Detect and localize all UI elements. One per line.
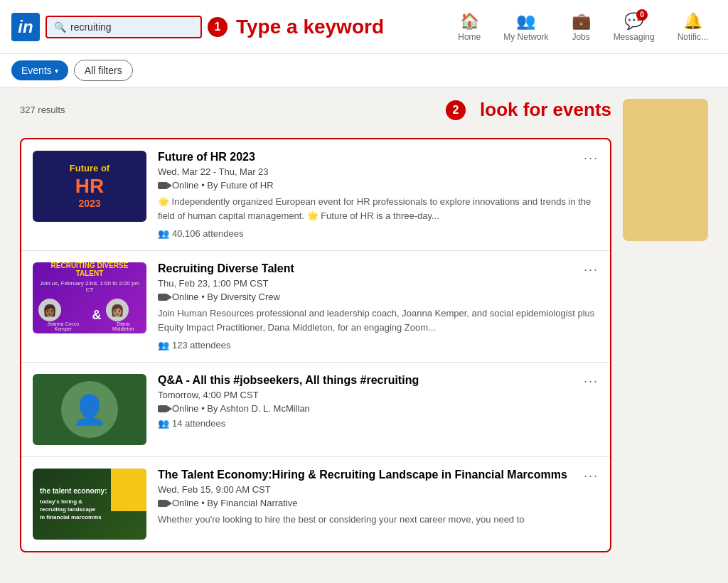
person-avatar: 👤 bbox=[61, 381, 118, 438]
all-filters-button[interactable]: All filters bbox=[74, 60, 133, 81]
sidebar-card bbox=[623, 99, 708, 241]
more-options-button[interactable]: ··· bbox=[584, 469, 599, 483]
notifications-icon: 🔔 bbox=[683, 12, 702, 31]
event-title[interactable]: The Talent Economy:Hiring & Recruiting L… bbox=[158, 469, 599, 481]
video-icon bbox=[158, 182, 168, 189]
event-date: Tomorrow, 4:00 PM CST bbox=[158, 390, 599, 400]
event-location: Online • By Future of HR bbox=[158, 180, 599, 191]
event-attendees: 👥 40,106 attendees bbox=[158, 228, 599, 239]
event-thumbnail-diverse: RECRUITING DIVERSE TALENT Join us, Febru… bbox=[33, 262, 146, 333]
more-options-button[interactable]: ··· bbox=[584, 374, 599, 389]
nav-my-network[interactable]: 👥 My Network bbox=[495, 6, 557, 48]
step2-badge: 2 bbox=[446, 100, 466, 120]
event-location: Online • By Ashton D. L. McMillan bbox=[158, 403, 599, 414]
event-card: RECRUITING DIVERSE TALENT Join us, Febru… bbox=[21, 251, 610, 363]
jobs-icon: 💼 bbox=[572, 12, 591, 31]
nav-jobs[interactable]: 💼 Jobs bbox=[563, 6, 599, 48]
main-nav: 🏠 Home 👥 My Network 💼 Jobs 💬 0 Messaging… bbox=[449, 6, 717, 48]
event-date: Thu, Feb 23, 1:00 PM CST bbox=[158, 278, 599, 289]
chevron-down-icon: ▾ bbox=[55, 67, 58, 75]
filter-bar: Events ▾ All filters bbox=[0, 54, 728, 87]
event-location: Online • By Financial Narrative bbox=[158, 498, 599, 508]
step1-badge: 1 bbox=[208, 17, 228, 37]
more-options-button[interactable]: ··· bbox=[584, 151, 599, 166]
event-title[interactable]: Recruiting Diverse Talent bbox=[158, 262, 599, 275]
more-options-button[interactable]: ··· bbox=[584, 262, 599, 277]
video-icon bbox=[158, 294, 168, 301]
event-info: Future of HR 2023 Wed, Mar 22 - Thu, Mar… bbox=[158, 151, 599, 239]
event-location: Online • By Diversity Crew bbox=[158, 292, 599, 302]
linkedin-logo[interactable]: in bbox=[11, 13, 40, 41]
event-date: Wed, Feb 15, 9:00 AM CST bbox=[158, 484, 599, 495]
step2-text: look for events bbox=[480, 99, 611, 121]
video-icon bbox=[158, 500, 168, 507]
sidebar bbox=[623, 99, 708, 552]
event-date: Wed, Mar 22 - Thu, Mar 23 bbox=[158, 166, 599, 177]
event-description: 🌟 Independently organized European event… bbox=[158, 195, 599, 223]
attendees-icon: 👥 bbox=[158, 340, 169, 351]
event-card: 👤 Q&A - All this #jobseekers, All things… bbox=[21, 363, 610, 457]
nav-jobs-label: Jobs bbox=[572, 32, 589, 42]
keyword-hint: Type a keyword bbox=[236, 16, 384, 38]
event-thumbnail-future-hr: Future of HR 2023 bbox=[33, 151, 146, 222]
nav-notifications-label: Notific... bbox=[678, 32, 708, 42]
event-info: Q&A - All this #jobseekers, All things #… bbox=[158, 374, 599, 429]
nav-home-label: Home bbox=[458, 32, 481, 42]
step2-area: 2 look for events bbox=[446, 99, 611, 121]
results-container: Future of HR 2023 Future of HR 2023 Wed,… bbox=[20, 138, 611, 552]
search-box-wrapper: 🔍 bbox=[46, 16, 202, 38]
network-icon: 👥 bbox=[516, 12, 535, 31]
events-filter-button[interactable]: Events ▾ bbox=[11, 60, 68, 80]
event-info: The Talent Economy:Hiring & Recruiting L… bbox=[158, 469, 599, 533]
home-icon: 🏠 bbox=[460, 12, 479, 31]
event-attendees: 👥 123 attendees bbox=[158, 340, 599, 351]
messaging-badge: 0 bbox=[636, 9, 648, 21]
events-button-label: Events bbox=[21, 65, 52, 76]
linkedin-logo-letter: in bbox=[18, 17, 33, 37]
event-card: the talent economy: today's hiring &recr… bbox=[21, 457, 610, 551]
results-count: 327 results bbox=[20, 105, 65, 115]
video-icon bbox=[158, 405, 168, 412]
host1-avatar: 👩🏾 bbox=[38, 299, 61, 321]
nav-messaging[interactable]: 💬 0 Messaging bbox=[605, 6, 663, 48]
event-description: Join Human Resources professional and le… bbox=[158, 306, 599, 334]
nav-messaging-label: Messaging bbox=[614, 32, 655, 42]
host2-avatar: 👩🏽 bbox=[106, 299, 129, 321]
main-content: 327 results 2 look for events Future of … bbox=[9, 87, 719, 564]
nav-network-label: My Network bbox=[503, 32, 548, 42]
messaging-icon: 💬 0 bbox=[624, 12, 643, 31]
search-input[interactable] bbox=[70, 21, 184, 33]
event-title[interactable]: Future of HR 2023 bbox=[158, 151, 599, 164]
event-description: Whether you're looking to hire the best … bbox=[158, 513, 599, 527]
event-attendees: 👥 14 attendees bbox=[158, 418, 599, 429]
results-column: 327 results 2 look for events Future of … bbox=[20, 99, 611, 552]
event-title[interactable]: Q&A - All this #jobseekers, All things #… bbox=[158, 374, 599, 387]
event-thumbnail-talent: the talent economy: today's hiring &recr… bbox=[33, 469, 146, 540]
attendees-icon: 👥 bbox=[158, 418, 169, 429]
search-icon: 🔍 bbox=[54, 21, 66, 33]
event-info: Recruiting Diverse Talent Thu, Feb 23, 1… bbox=[158, 262, 599, 351]
event-thumbnail-qa: 👤 bbox=[33, 374, 146, 445]
nav-notifications[interactable]: 🔔 Notific... bbox=[669, 6, 717, 48]
header: in 🔍 1 Type a keyword 🏠 Home 👥 My Networ… bbox=[0, 0, 728, 54]
event-card: Future of HR 2023 Future of HR 2023 Wed,… bbox=[21, 139, 610, 251]
nav-home[interactable]: 🏠 Home bbox=[449, 6, 489, 48]
attendees-icon: 👥 bbox=[158, 228, 169, 239]
